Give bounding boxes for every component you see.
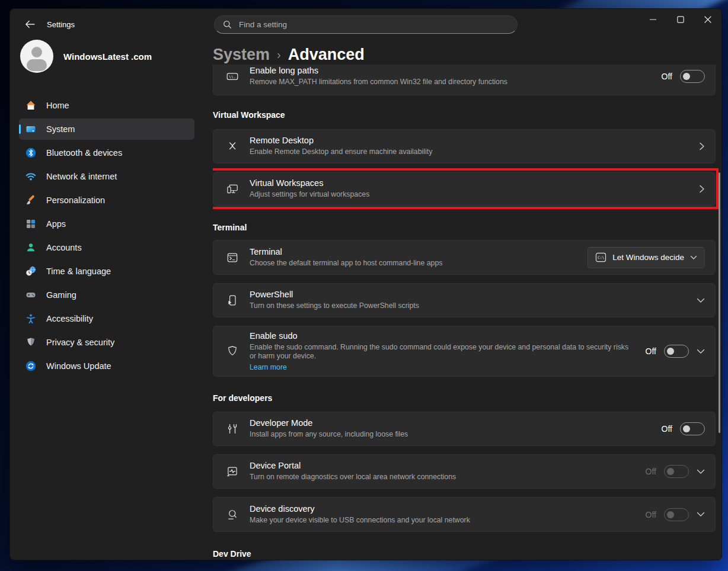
sidebar-item-label: Gaming <box>46 290 76 300</box>
search-icon <box>223 20 232 29</box>
chevron-right-icon <box>699 184 705 194</box>
section-for-developers: For developers <box>213 393 272 403</box>
row-title: Virtual Workspaces <box>250 178 369 188</box>
chevron-right-icon <box>699 142 705 151</box>
chevron-down-icon[interactable] <box>697 349 705 354</box>
powershell-icon <box>225 294 240 307</box>
window-controls <box>640 9 721 30</box>
bluetooth-icon <box>25 147 37 159</box>
sidebar-item-home[interactable]: Home <box>19 95 194 116</box>
chevron-down-icon[interactable] <box>697 469 705 474</box>
learn-more-link[interactable]: Learn more <box>250 363 632 371</box>
svg-text:\\..: \\.. <box>229 75 238 79</box>
sidebar-item-apps[interactable]: Apps <box>19 213 194 235</box>
main-content: System › Advanced \\.. Enable long paths… <box>203 39 721 560</box>
avatar <box>20 40 53 73</box>
sidebar-item-accounts[interactable]: Accounts <box>19 237 194 258</box>
personalization-icon <box>25 194 37 206</box>
sidebar-item-bluetooth[interactable]: Bluetooth & devices <box>19 142 194 163</box>
row-developer-mode[interactable]: Developer Mode Install apps from any sou… <box>213 412 716 446</box>
toggle-state-label: Off <box>646 467 656 476</box>
row-description: Turn on remote diagnostics over local ar… <box>250 473 456 482</box>
row-device-discovery[interactable]: Device discovery Make your device visibl… <box>213 497 716 532</box>
row-description: Install apps from any source, including … <box>250 430 408 439</box>
sidebar-item-network[interactable]: Network & internet <box>19 166 194 187</box>
sidebar-item-personalization[interactable]: Personalization <box>19 190 194 211</box>
device-portal-toggle[interactable] <box>664 465 689 478</box>
sidebar-item-time-language[interactable]: Time & language <box>19 261 194 282</box>
svg-text:C:\: C:\ <box>598 255 604 259</box>
home-icon <box>25 100 37 111</box>
sidebar-item-label: Privacy & security <box>46 338 114 347</box>
search-box[interactable] <box>214 15 518 34</box>
developer-mode-toggle[interactable] <box>680 422 705 435</box>
terminal-icon <box>225 251 240 264</box>
sidebar-item-label: Time & language <box>46 267 111 276</box>
row-enable-long-paths[interactable]: \\.. Enable long paths Remove MAX_PATH l… <box>213 65 716 95</box>
sidebar-item-privacy[interactable]: Privacy & security <box>19 332 194 353</box>
virtual-workspaces-icon <box>225 182 240 195</box>
sidebar-item-windows-update[interactable]: Windows Update <box>19 355 194 377</box>
breadcrumb-root[interactable]: System <box>213 46 270 64</box>
user-profile[interactable]: WindowsLatest .com <box>20 40 152 73</box>
sidebar-item-gaming[interactable]: Gaming <box>19 284 194 306</box>
sidebar-item-accessibility[interactable]: Accessibility <box>19 308 194 329</box>
dropdown-value: Let Windows decide <box>612 253 684 262</box>
apps-icon <box>25 218 37 230</box>
device-discovery-icon <box>225 508 240 521</box>
long-paths-icon: \\.. <box>225 70 240 83</box>
terminal-app-dropdown[interactable]: C:\ Let Windows decide <box>587 247 705 268</box>
chevron-down-icon[interactable] <box>697 512 705 517</box>
row-description: Turn on these settings to execute PowerS… <box>250 301 419 310</box>
row-title: Developer Mode <box>250 418 408 428</box>
row-powershell[interactable]: PowerShell Turn on these settings to exe… <box>213 283 716 317</box>
long-paths-toggle[interactable] <box>680 70 705 83</box>
row-description: Make your device visible to USB connecti… <box>250 516 470 525</box>
section-dev-drive: Dev Drive <box>213 549 251 559</box>
row-title: Enable sudo <box>250 331 632 341</box>
row-virtual-workspaces[interactable]: Virtual Workspaces Adjust settings for v… <box>213 172 716 206</box>
section-virtual-workspace: Virtual Workspace <box>213 110 285 120</box>
sidebar-item-label: Personalization <box>46 195 105 205</box>
search-input[interactable] <box>238 20 509 30</box>
remote-desktop-icon <box>225 140 240 153</box>
chevron-down-icon[interactable] <box>697 298 705 303</box>
settings-window: Settings <box>9 8 722 560</box>
sidebar: WindowsLatest .com Home System <box>10 39 203 560</box>
breadcrumb: System › Advanced <box>213 46 365 64</box>
system-icon <box>25 123 37 135</box>
toggle-state-label: Off <box>646 347 656 356</box>
minimize-button[interactable] <box>640 9 667 30</box>
device-portal-icon <box>225 465 240 478</box>
back-button[interactable] <box>21 17 40 32</box>
sidebar-item-label: Accessibility <box>46 314 93 323</box>
toggle-state-label: Off <box>646 510 656 519</box>
breadcrumb-separator-icon: › <box>277 48 281 62</box>
row-title: Device Portal <box>250 461 456 470</box>
row-description: Remove MAX_PATH limitations from common … <box>250 78 507 86</box>
toggle-state-label: Off <box>662 72 672 81</box>
row-device-portal[interactable]: Device Portal Turn on remote diagnostics… <box>213 454 716 489</box>
accounts-icon <box>25 242 37 254</box>
sidebar-item-label: Accounts <box>46 243 82 252</box>
row-title: Terminal <box>250 247 442 256</box>
settings-scroll-area: \\.. Enable long paths Remove MAX_PATH l… <box>213 65 722 560</box>
row-title: Enable long paths <box>250 66 507 75</box>
sidebar-item-system[interactable]: System <box>19 118 194 140</box>
sudo-toggle[interactable] <box>664 345 689 358</box>
row-terminal[interactable]: Terminal Choose the default terminal app… <box>213 240 716 275</box>
row-description: Adjust settings for virtual workspaces <box>250 190 369 199</box>
scrollbar-thumb[interactable] <box>719 172 720 433</box>
device-discovery-toggle[interactable] <box>664 508 689 521</box>
sidebar-item-label: System <box>46 124 75 134</box>
sidebar-item-label: Network & internet <box>46 172 117 181</box>
maximize-button[interactable] <box>667 9 694 30</box>
row-enable-sudo[interactable]: Enable sudo Enable the sudo command. Run… <box>213 326 716 377</box>
minimize-icon <box>650 19 657 20</box>
row-remote-desktop[interactable]: Remote Desktop Enable Remote Desktop and… <box>213 129 716 163</box>
sidebar-item-label: Home <box>46 101 69 110</box>
close-button[interactable] <box>694 9 721 30</box>
app-title: Settings <box>47 20 75 29</box>
maximize-icon <box>677 16 684 23</box>
toggle-state-label: Off <box>662 424 672 434</box>
